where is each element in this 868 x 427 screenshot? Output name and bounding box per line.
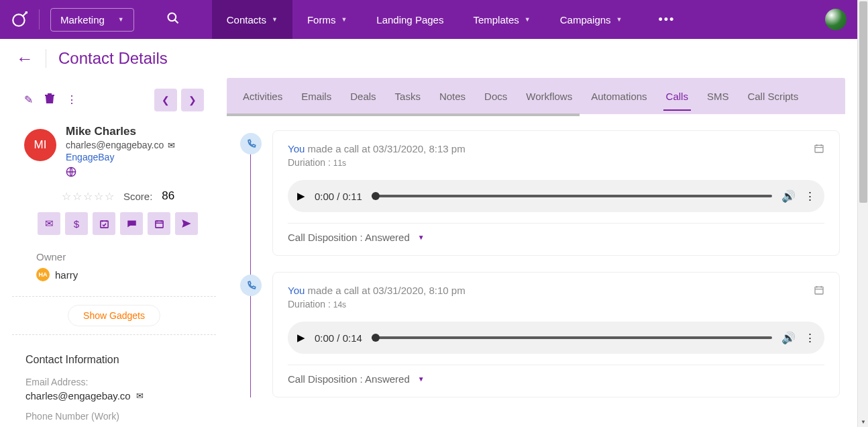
more-icon[interactable]: ⋮ <box>805 332 815 344</box>
seek-thumb[interactable] <box>372 192 380 200</box>
send-action-icon[interactable] <box>175 212 198 235</box>
contact-name: Mike Charles <box>66 125 175 138</box>
nav-tab-templates[interactable]: Templates▼ <box>458 0 545 39</box>
note-action-icon[interactable] <box>120 212 143 235</box>
calendar-icon[interactable] <box>814 143 824 156</box>
chevron-down-icon: ▼ <box>272 16 278 23</box>
star-icon: ☆ <box>62 190 71 203</box>
nav-tab-campaigns[interactable]: Campaigns▼ <box>545 0 637 39</box>
call-item: You made a call at 03/31/2020, 8:13 pmDu… <box>240 130 840 256</box>
tab-deals[interactable]: Deals <box>350 87 376 106</box>
chevron-down-icon[interactable]: ▼ <box>418 234 425 241</box>
volume-icon[interactable]: 🔊 <box>781 189 796 203</box>
star-rating[interactable]: ☆ ☆ ☆ ☆ ☆ <box>62 190 114 203</box>
nav-tab-label: Campaigns <box>560 14 611 26</box>
edit-icon[interactable]: ✎ <box>24 93 33 107</box>
seek-track[interactable] <box>372 336 772 339</box>
scroll-thumb[interactable] <box>859 1 867 203</box>
chevron-down-icon: ▼ <box>118 16 124 23</box>
more-icon[interactable]: ⋮ <box>805 190 815 202</box>
nav-tab-label: Forms <box>307 14 336 26</box>
chevron-down-icon: ▼ <box>341 16 347 23</box>
star-icon: ☆ <box>83 190 93 203</box>
disposition-row: Call Disposition : Answered▼ <box>288 232 824 243</box>
show-gadgets-button[interactable]: Show Gadgets <box>68 305 160 326</box>
next-button[interactable]: ❯ <box>181 89 204 111</box>
contact-avatar: MI <box>24 129 56 161</box>
divider <box>12 296 216 297</box>
deal-action-icon[interactable]: $ <box>65 212 88 235</box>
time-display: 0:00 / 0:11 <box>315 191 362 202</box>
search-button[interactable] <box>166 11 180 28</box>
tab-workflows[interactable]: Workflows <box>526 87 572 106</box>
contact-info-title: Contact Information <box>25 354 203 366</box>
module-selector[interactable]: Marketing ▼ <box>50 8 134 32</box>
page-header: ← Contact Details <box>0 39 857 78</box>
nav-tab-landing-pages[interactable]: Landing Pages <box>362 0 458 39</box>
score-label: Score: <box>123 191 152 202</box>
call-item: You made a call at 03/31/2020, 8:10 pmDu… <box>240 272 840 397</box>
chevron-down-icon[interactable]: ▼ <box>418 375 425 383</box>
phone-icon <box>240 133 262 154</box>
volume-icon[interactable]: 🔊 <box>781 331 796 345</box>
svg-rect-4 <box>155 221 162 228</box>
tab-call-scripts[interactable]: Call Scripts <box>747 87 798 106</box>
call-summary: You made a call at 03/31/2020, 8:13 pm <box>288 143 466 154</box>
seek-thumb[interactable] <box>372 334 380 342</box>
tab-activities[interactable]: Activities <box>243 87 282 106</box>
page-title: Contact Details <box>58 49 168 68</box>
more-icon[interactable]: ⋮ <box>66 93 77 107</box>
phone-icon <box>240 275 262 296</box>
user-avatar[interactable] <box>825 9 847 30</box>
svg-rect-3 <box>100 221 107 228</box>
star-icon: ☆ <box>94 190 103 203</box>
envelope-icon[interactable]: ✉ <box>136 391 144 401</box>
chevron-down-icon: ▼ <box>525 16 531 23</box>
scrollbar[interactable]: ▲ ▼ <box>857 0 868 427</box>
score-value: 86 <box>162 189 174 203</box>
play-icon[interactable]: ▶ <box>297 190 305 202</box>
tab-emails[interactable]: Emails <box>301 87 331 106</box>
back-arrow-icon[interactable]: ← <box>16 48 34 69</box>
owner-label: Owner <box>36 251 192 263</box>
svg-rect-6 <box>815 287 823 294</box>
disposition-row: Call Disposition : Answered▼ <box>288 373 824 385</box>
calendar-icon[interactable] <box>814 285 824 298</box>
email-value: charles@engagebay.co <box>25 390 131 401</box>
logo-icon[interactable] <box>11 11 28 28</box>
contact-company[interactable]: EngageBay <box>66 152 175 162</box>
task-action-icon[interactable] <box>93 212 115 235</box>
contact-card: ✎ ⋮ ❮ ❯ MI Mike Charles charles@engageba… <box>12 78 216 427</box>
nav-tab-forms[interactable]: Forms▼ <box>292 0 362 39</box>
call-summary: You made a call at 03/31/2020, 8:10 pm <box>288 285 466 296</box>
nav-tab-label: Contacts <box>227 14 266 26</box>
top-nav: Marketing ▼ Contacts▼Forms▼Landing Pages… <box>0 0 857 39</box>
nav-tab-label: Landing Pages <box>376 14 443 26</box>
divider <box>288 365 824 365</box>
globe-icon[interactable] <box>66 167 175 180</box>
calendar-action-icon[interactable] <box>148 212 170 235</box>
email-action-icon[interactable]: ✉ <box>38 212 60 235</box>
nav-more-button[interactable]: ••• <box>645 13 689 27</box>
envelope-icon[interactable]: ✉ <box>168 140 175 150</box>
module-label: Marketing <box>60 14 105 26</box>
tab-sms[interactable]: SMS <box>707 87 729 106</box>
seek-track[interactable] <box>372 195 772 197</box>
nav-tab-contacts[interactable]: Contacts▼ <box>212 0 292 39</box>
owner-badge: HA <box>36 268 50 281</box>
scroll-down-icon[interactable]: ▼ <box>858 416 868 427</box>
audio-player: ▶0:00 / 0:14🔊⋮ <box>288 322 824 354</box>
tab-tasks[interactable]: Tasks <box>395 87 421 106</box>
play-icon[interactable]: ▶ <box>297 332 305 344</box>
prev-button[interactable]: ❮ <box>154 89 177 111</box>
tab-notes[interactable]: Notes <box>439 87 466 106</box>
tab-calls[interactable]: Calls <box>666 87 688 106</box>
star-icon: ☆ <box>72 190 82 203</box>
audio-player: ▶0:00 / 0:11🔊⋮ <box>288 180 824 212</box>
search-icon <box>166 11 180 25</box>
tab-automations[interactable]: Automations <box>591 87 647 106</box>
divider <box>288 223 824 224</box>
tab-docs[interactable]: Docs <box>484 87 507 106</box>
delete-icon[interactable] <box>45 93 54 107</box>
call-card: You made a call at 03/31/2020, 8:13 pmDu… <box>272 130 840 256</box>
